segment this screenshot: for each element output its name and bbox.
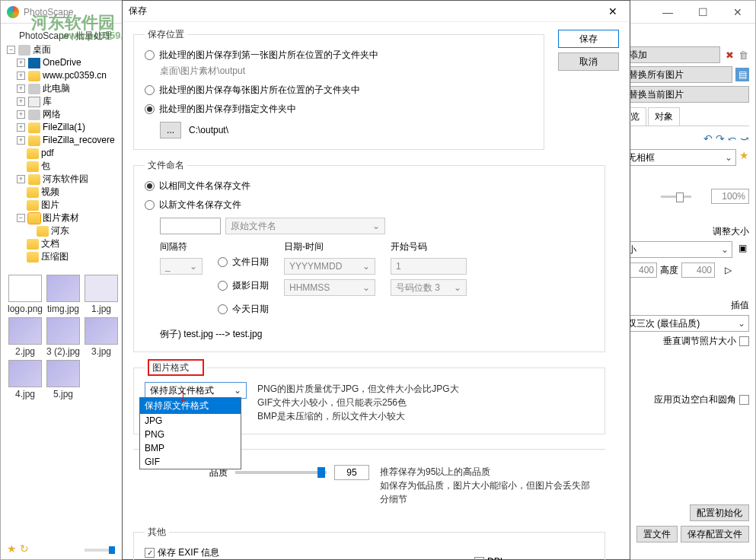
vertical-adjust-checkbox[interactable] <box>739 336 749 346</box>
separator-select[interactable]: _⌄ <box>160 258 203 275</box>
interpolation-select[interactable]: 双三次 (最佳品质)⌄ <box>624 315 749 332</box>
tree-item[interactable]: 图片 <box>41 199 59 212</box>
thumbnail-size-slider[interactable] <box>85 549 115 552</box>
folder-tree[interactable]: −桌面 +OneDrive +www.pc0359.cn +此电脑 +库 +网络… <box>7 43 121 263</box>
original-name-select[interactable]: 原始文件名⌄ <box>225 218 385 234</box>
chevron-down-icon: ⌄ <box>362 282 370 293</box>
frame-select[interactable]: 无相框⌄ <box>624 149 736 166</box>
format-description: PNG的图片质量优于JPG，但文件大小会比JPG大 GIF文件大小较小，但只能表… <box>257 382 459 423</box>
tree-item[interactable]: 包 <box>41 160 50 173</box>
thumbnail[interactable]: 2.jpg <box>7 317 43 357</box>
resize-preset-select[interactable]: 小⌄ <box>624 241 732 258</box>
dialog-close-button[interactable]: ✕ <box>596 1 630 22</box>
tree-item[interactable]: 视频 <box>41 186 59 199</box>
name-radio-new[interactable] <box>145 200 155 210</box>
folder-icon <box>28 135 40 146</box>
tree-item[interactable]: www.pc0359.cn <box>43 69 107 82</box>
format-dropdown-list[interactable]: 保持原文件格式 JPG PNG BMP GIF <box>139 397 241 469</box>
margin-checkbox[interactable] <box>739 395 749 405</box>
list-icon[interactable]: ▤ <box>735 68 749 81</box>
loc-radio-2[interactable] <box>145 85 155 95</box>
tree-item[interactable]: 此电脑 <box>43 82 70 95</box>
format-option[interactable]: GIF <box>140 455 241 469</box>
tab-object[interactable]: 对象 <box>648 107 680 126</box>
star-icon[interactable]: ★ <box>7 542 17 555</box>
loc-radio-3[interactable] <box>145 104 155 114</box>
date-file-label: 文件日期 <box>232 256 269 269</box>
zoom-slider[interactable] <box>661 196 691 198</box>
quality-slider[interactable] <box>235 471 327 474</box>
quality-value[interactable]: 95 <box>334 465 369 480</box>
height-input[interactable]: 400 <box>681 262 715 278</box>
format-option[interactable]: PNG <box>140 428 241 441</box>
thumbnail[interactable]: timg.jpg <box>45 275 81 314</box>
maximize-button[interactable]: ☐ <box>685 1 720 24</box>
date-file-radio[interactable] <box>218 257 228 267</box>
number-digits-select[interactable]: 号码位数 3⌄ <box>391 279 467 296</box>
thumbnail[interactable]: 3.jpg <box>83 317 120 357</box>
thumbnail[interactable]: logo.png <box>7 275 43 314</box>
redo-icon[interactable]: ↷ <box>716 132 725 145</box>
config-init-button[interactable]: 配置初始化 <box>690 504 749 521</box>
thumbnail[interactable]: 3 (2).jpg <box>45 317 81 357</box>
tree-item[interactable]: pdf <box>41 147 54 160</box>
zoom-value[interactable]: 100% <box>711 189 749 204</box>
save-config-button[interactable]: 保存配置文件 <box>681 526 749 542</box>
folder-icon <box>27 252 39 262</box>
trash-icon[interactable]: 🗑 <box>737 49 749 61</box>
replace-all-button[interactable]: 替换所有图片 <box>624 66 732 83</box>
play-icon[interactable]: ▷ <box>721 263 735 277</box>
minimize-button[interactable]: — <box>650 1 685 24</box>
aspect-icon[interactable]: ▣ <box>735 241 749 255</box>
close-button[interactable]: ✕ <box>720 1 755 24</box>
format-option[interactable]: JPG <box>140 414 241 428</box>
tree-item[interactable]: 图片素材 <box>43 212 79 224</box>
redo-all-icon[interactable]: ⤻ <box>740 132 749 145</box>
format-option[interactable]: 保持原文件格式 <box>140 398 241 414</box>
tree-root[interactable]: 桌面 <box>33 43 51 56</box>
folder-open-icon <box>28 213 40 224</box>
prefix-input[interactable] <box>160 218 221 234</box>
save-button[interactable]: 保存 <box>558 30 619 48</box>
output-path: C:\output\ <box>189 125 228 135</box>
dpi-checkbox[interactable] <box>474 557 484 561</box>
undo-icon[interactable]: ↶ <box>703 132 713 145</box>
undo-all-icon[interactable]: ⤺ <box>728 132 737 145</box>
loc-path-1: 桌面\图片素材\output <box>160 65 533 78</box>
remove-icon[interactable]: ✖ <box>723 49 735 61</box>
chevron-down-icon: ⌄ <box>234 385 241 396</box>
save-location-legend: 保存位置 <box>145 28 187 41</box>
browse-button[interactable]: ... <box>160 122 181 138</box>
tree-item[interactable]: 文档 <box>41 237 59 250</box>
tree-item[interactable]: FileZilla_recovere <box>43 134 115 147</box>
time-format-select[interactable]: HHMMSS⌄ <box>284 279 375 296</box>
chevron-down-icon: ⌄ <box>190 261 197 272</box>
add-button[interactable]: 添加 <box>624 46 720 63</box>
thumbnail[interactable]: 1.jpg <box>83 275 120 314</box>
tree-item[interactable]: 压缩图 <box>41 250 69 263</box>
refresh-icon[interactable]: ↻ <box>20 542 29 555</box>
format-option[interactable]: BMP <box>140 441 241 455</box>
file-naming-legend: 文件命名 <box>145 159 187 172</box>
exif-checkbox[interactable] <box>145 548 155 558</box>
open-config-button[interactable]: 置文件 <box>636 526 678 542</box>
thumbnail[interactable]: 5.jpg <box>45 360 81 399</box>
tree-item[interactable]: 库 <box>43 95 52 108</box>
date-today-radio[interactable] <box>218 304 228 314</box>
start-number-input[interactable]: 1 <box>391 258 467 275</box>
tree-item[interactable]: 网络 <box>43 108 61 121</box>
tree-item[interactable]: 河东 <box>51 224 69 237</box>
tree-item[interactable]: OneDrive <box>43 56 81 69</box>
cancel-button[interactable]: 取消 <box>558 52 619 71</box>
replace-current-button[interactable]: 替换当前图片 <box>624 86 749 103</box>
name-radio-same[interactable] <box>145 181 155 191</box>
loc-radio-1[interactable] <box>145 50 155 60</box>
tree-item[interactable]: FileZilla(1) <box>43 121 85 134</box>
thumbnail[interactable]: 4.jpg <box>7 360 43 399</box>
name-radio-same-label: 以相同文件名保存文件 <box>159 180 250 192</box>
date-format-select[interactable]: YYYYMMDD⌄ <box>284 258 375 275</box>
tree-item[interactable]: 河东软件园 <box>43 173 88 186</box>
date-shot-radio[interactable] <box>218 281 228 291</box>
star-icon[interactable]: ★ <box>739 149 749 166</box>
format-select[interactable]: 保持原文件格式⌄ <box>145 382 247 399</box>
